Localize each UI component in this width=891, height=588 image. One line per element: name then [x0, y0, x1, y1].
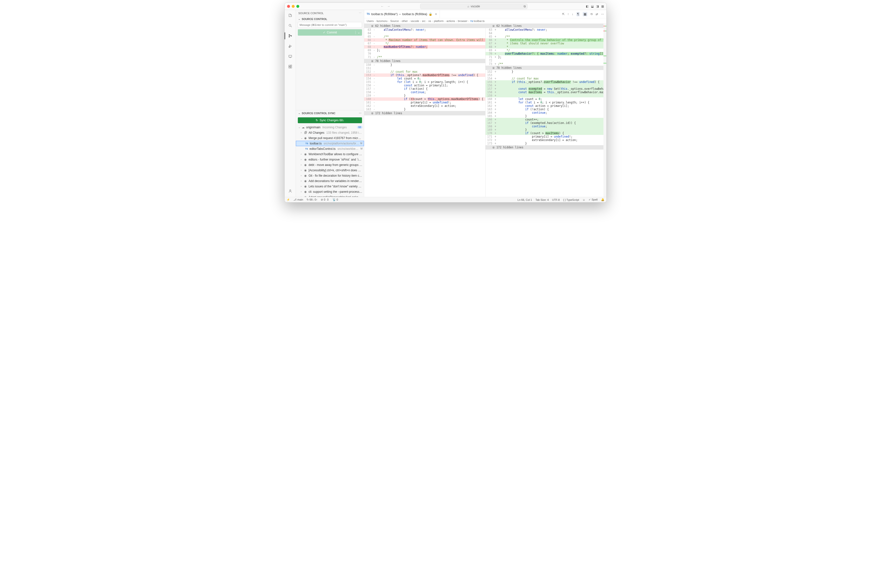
code-line[interactable]: 158+ const maxItems = this._options.over…	[485, 90, 607, 94]
code-line[interactable]: 150- }	[364, 63, 485, 67]
breadcrumb-segment[interactable]: browser	[458, 20, 467, 22]
remote-indicator-icon[interactable]: ⚡	[287, 198, 290, 201]
code-line[interactable]: 161- primary[i] = undefined!;	[364, 101, 485, 104]
breadcrumb-segment[interactable]: lszomoru	[376, 20, 388, 22]
feedback-icon[interactable]: ☺	[583, 198, 585, 201]
code-line[interactable]: 153	[485, 74, 607, 77]
code-line[interactable]: 160+ let count = 0;	[485, 98, 607, 101]
goto-file-icon[interactable]: ⇱	[562, 12, 565, 16]
code-line[interactable]: 163- }	[364, 108, 485, 111]
origin-main-row[interactable]: ⌄ ☁ origin/main Incoming Changes 68	[296, 124, 364, 130]
commit-row[interactable]: ›◉Lets issues of the "don't know" variet…	[296, 184, 364, 189]
commit-row[interactable]: ›◉[Accessibility] ctrl+k, ctrl+shift+n d…	[296, 168, 364, 173]
chevron-down-icon[interactable]: ⌄	[355, 31, 360, 34]
code-line[interactable]: 157+ const exempted = new Set(this._opti…	[485, 87, 607, 90]
code-line[interactable]: 65- /**	[364, 35, 485, 38]
code-line[interactable]: 70+ overflowBehavior?: { maxItems: numbe…	[485, 52, 607, 56]
code-line[interactable]: 65+ /**	[485, 35, 607, 38]
ports-status[interactable]: 📡 0	[332, 198, 338, 201]
commit-row[interactable]: ›◉Adopt ensureNoDisposablesAreLeakedInTe…	[296, 195, 364, 197]
code-line[interactable]: 162- extraSecondary[i] = action;	[364, 104, 485, 108]
toggle-inline-icon[interactable]: ▦	[583, 12, 587, 16]
code-line[interactable]: 170+ if (count > maxItems) {	[485, 132, 607, 135]
code-line[interactable]: 70	[364, 52, 485, 56]
commit-message-input[interactable]	[298, 22, 362, 28]
code-line[interactable]: 160- if (++count > this._options.maxNumb…	[364, 98, 485, 101]
code-line[interactable]: 71-/**	[364, 56, 485, 59]
code-line[interactable]: 158- continue;	[364, 90, 485, 94]
code-line[interactable]: 69-};	[364, 48, 485, 52]
breadcrumb-segment[interactable]: Users	[367, 20, 374, 22]
next-change-icon[interactable]: ↓	[572, 12, 573, 16]
hidden-lines-bar[interactable]: ⊟78 hidden lines	[364, 59, 485, 63]
code-line[interactable]: 152- // count for max	[364, 70, 485, 74]
sync-status[interactable]: ↻ 68↓ 0↑	[307, 198, 317, 201]
problems-status[interactable]: ⊘ 0 0	[321, 198, 329, 201]
code-line[interactable]: 63+ allowContextMenu?: never;	[485, 28, 607, 32]
code-line[interactable]: 64	[485, 32, 607, 35]
code-line[interactable]: 154+ // count for max	[485, 77, 607, 80]
code-line[interactable]: 171+ primary[i] = undefined!;	[485, 135, 607, 138]
minimize-window-icon[interactable]	[292, 5, 294, 8]
code-line[interactable]: 64	[364, 32, 485, 35]
code-line[interactable]: 71+};	[485, 56, 607, 59]
code-line[interactable]: 172+ extraSecondary[i] = action;	[485, 138, 607, 142]
nav-forward-icon[interactable]: →	[387, 4, 390, 8]
code-line[interactable]: 169+ }	[485, 128, 607, 132]
prev-change-icon[interactable]: ↑	[568, 12, 569, 16]
file-row[interactable]: TSeditorTabsControl.tssrc/vs/workbench/b…	[296, 146, 364, 152]
swap-icon[interactable]: ⇄	[596, 12, 598, 16]
accounts-icon[interactable]	[287, 188, 293, 194]
extensions-icon[interactable]	[287, 64, 293, 69]
hidden-lines-bar[interactable]: ⊟172 hidden lines	[364, 111, 485, 116]
code-line[interactable]: 161+ for (let i = 0; i < primary.length;…	[485, 101, 607, 104]
tab-size[interactable]: Tab Size: 4	[535, 198, 548, 201]
code-line[interactable]: 69+ */	[485, 48, 607, 52]
code-line[interactable]: 63- allowContextMenu?: never;	[364, 28, 485, 32]
code-line[interactable]: 155- for (let i = 0; i < primary.length;…	[364, 80, 485, 84]
code-line[interactable]: 159- }	[364, 94, 485, 98]
commit-row[interactable]: ›◉editors - further improve `isFirst` an…	[296, 157, 364, 162]
sync-more-icon[interactable]: ⋯	[359, 112, 362, 115]
commit-row[interactable]: ›◉cli: support setting the --parent-proc…	[296, 189, 364, 195]
toggle-panel-left-icon[interactable]: ◧	[586, 4, 589, 8]
code-line[interactable]: 153- if (this._options?.maxNumberOfItems…	[364, 74, 485, 77]
commit-row[interactable]: ›◉Add decorations for variables in rende…	[296, 178, 364, 184]
encoding[interactable]: UTF-8	[552, 198, 560, 201]
zoom-window-icon[interactable]	[296, 5, 299, 8]
hidden-lines-bar[interactable]: ⊟62 hidden lines	[485, 24, 607, 28]
code-line[interactable]: 156- const action = primary[i];	[364, 84, 485, 87]
file-row-selected[interactable]: TS toolbar.ts src/vs/platform/actions/br…	[296, 141, 364, 146]
hidden-lines-bar[interactable]: ⊟62 hidden lines	[364, 24, 485, 28]
search-icon[interactable]	[287, 23, 293, 28]
hidden-lines-bar[interactable]: ⊟78 hidden lines	[485, 66, 607, 70]
code-line[interactable]: 68+ *	[485, 45, 607, 48]
breadcrumb-segment[interactable]: src	[422, 20, 426, 22]
commit-row[interactable]: ›◉Git - fix file decoration for history …	[296, 173, 364, 178]
cursor-position[interactable]: Ln 66, Col 1	[517, 198, 532, 201]
diff-pane-right[interactable]: ⊟62 hidden lines 63+ allowContextMenu?: …	[485, 24, 607, 197]
toggle-panel-right-icon[interactable]: ◨	[596, 4, 599, 8]
sync-changes-button[interactable]: ↻ Sync Changes 68↓	[298, 117, 362, 123]
code-line[interactable]: 166+ count++;	[485, 118, 607, 121]
commit-button[interactable]: ✓ Commit ⌄	[298, 29, 362, 36]
breadcrumb[interactable]: Users›lszomoru›Source›other›vscode›src›v…	[364, 18, 606, 24]
close-window-icon[interactable]	[287, 5, 290, 8]
commit-row[interactable]: ›◉WorkbenchToolBar allows to configure e…	[296, 152, 364, 157]
collapse-unchanged-icon[interactable]: ⟲	[590, 12, 593, 16]
scm-icon[interactable]	[287, 33, 293, 39]
breadcrumb-segment[interactable]: Source	[390, 20, 399, 22]
toggle-panel-bottom-icon[interactable]: ⬓	[591, 4, 593, 8]
code-line[interactable]: 167+ if (exempted.has(action.id)) {	[485, 121, 607, 124]
debug-icon[interactable]	[287, 43, 293, 49]
breadcrumb-segment[interactable]: vs	[428, 20, 431, 22]
sync-section-title[interactable]: ⌄ SOURCE CONTROL SYNC ⋯	[296, 110, 364, 116]
spell-check[interactable]: ✓ Spell	[589, 198, 598, 201]
hidden-lines-bar[interactable]: ⊟172 hidden lines	[485, 145, 607, 150]
code-line[interactable]: 157- if (!action) {	[364, 87, 485, 90]
code-line[interactable]: 156+	[485, 84, 607, 87]
code-line[interactable]: 162+ const action = primary[i];	[485, 104, 607, 108]
code-line[interactable]: 165+ }	[485, 114, 607, 118]
code-line[interactable]: 168+ continue;	[485, 124, 607, 128]
code-line[interactable]: 155+ if (this._options?.overflowBehavior…	[485, 80, 607, 84]
